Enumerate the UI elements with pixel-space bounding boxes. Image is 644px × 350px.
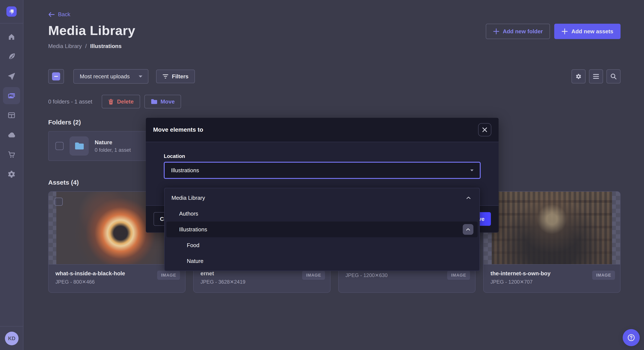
close-icon bbox=[482, 127, 487, 132]
dropdown-option-media-library[interactable]: Media Library bbox=[166, 190, 478, 206]
collapse-children-button[interactable] bbox=[463, 224, 474, 235]
dropdown-option-illustrations[interactable]: Illustrations bbox=[166, 221, 478, 237]
modal-title: Move elements to bbox=[153, 126, 203, 133]
chevron-up-icon[interactable] bbox=[466, 196, 471, 199]
dropdown-option-food[interactable]: Food bbox=[166, 237, 478, 253]
location-dropdown: Media Library Authors Illustrations Food… bbox=[164, 188, 480, 271]
location-combobox[interactable]: Illustrations bbox=[164, 162, 481, 179]
dropdown-option-nature[interactable]: Nature bbox=[166, 253, 478, 269]
location-value: Illustrations bbox=[171, 167, 199, 174]
chevron-up-icon bbox=[466, 228, 470, 231]
media-library-app: KD Back Media Library Add new folder Add… bbox=[0, 0, 644, 350]
close-button[interactable] bbox=[478, 123, 491, 136]
caret-down-icon bbox=[470, 169, 474, 172]
dropdown-option-authors[interactable]: Authors bbox=[166, 206, 478, 221]
location-label: Location bbox=[164, 153, 481, 159]
